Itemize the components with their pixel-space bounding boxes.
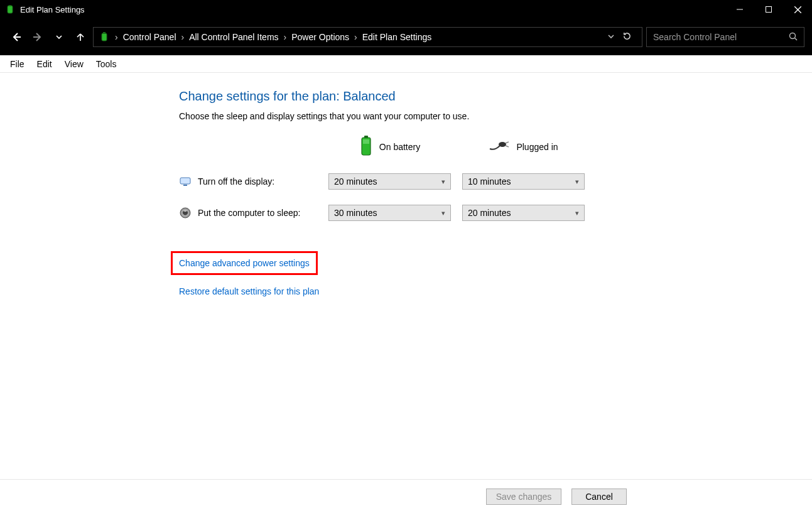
svg-point-15 bbox=[499, 142, 506, 147]
back-button[interactable] bbox=[8, 28, 25, 46]
dropdown-sleep-battery-value: 30 minutes bbox=[334, 208, 377, 218]
svg-line-11 bbox=[795, 38, 798, 40]
svg-rect-8 bbox=[102, 33, 107, 41]
column-header-plugged-label: Plugged in bbox=[516, 142, 558, 152]
row-display-text: Turn off the display: bbox=[198, 176, 274, 186]
search-icon[interactable] bbox=[789, 32, 798, 43]
dropdown-display-battery[interactable]: 20 minutes ▾ bbox=[328, 173, 451, 190]
chevron-right-icon: › bbox=[283, 32, 288, 42]
search-input[interactable] bbox=[653, 32, 779, 42]
breadcrumb-segment-all-items[interactable]: All Control Panel Items bbox=[189, 32, 278, 42]
links-section: Change advanced power settings Restore d… bbox=[179, 251, 812, 296]
up-button[interactable] bbox=[72, 28, 89, 46]
column-header-battery: On battery bbox=[328, 135, 451, 158]
app-icon bbox=[5, 4, 15, 14]
recent-locations-button[interactable] bbox=[50, 28, 68, 46]
menu-tools[interactable]: Tools bbox=[91, 58, 122, 70]
chevron-right-icon: › bbox=[353, 32, 359, 42]
breadcrumb-history-dropdown[interactable] bbox=[607, 32, 615, 42]
breadcrumb-segment-control-panel[interactable]: Control Panel bbox=[123, 32, 176, 42]
window-title: Edit Plan Settings bbox=[20, 5, 85, 14]
forward-button[interactable] bbox=[29, 28, 46, 46]
menu-view[interactable]: View bbox=[60, 58, 89, 70]
svg-rect-3 bbox=[766, 7, 772, 13]
breadcrumb[interactable]: › Control Panel › All Control Panel Item… bbox=[93, 27, 642, 47]
cancel-button[interactable]: Cancel bbox=[571, 489, 627, 505]
sleep-icon bbox=[179, 207, 192, 219]
titlebar: Edit Plan Settings bbox=[0, 0, 812, 19]
plug-icon bbox=[489, 139, 510, 154]
breadcrumb-segment-edit-plan[interactable]: Edit Plan Settings bbox=[362, 32, 432, 42]
column-header-plugged: Plugged in bbox=[462, 139, 585, 154]
link-advanced-settings[interactable]: Change advanced power settings bbox=[171, 251, 318, 275]
svg-point-10 bbox=[790, 33, 796, 38]
dropdown-sleep-plugged-value: 20 minutes bbox=[468, 208, 511, 218]
svg-rect-19 bbox=[183, 185, 187, 186]
minimize-button[interactable] bbox=[725, 0, 754, 19]
settings-grid: On battery Plugged in bbox=[179, 135, 812, 221]
svg-rect-13 bbox=[364, 136, 368, 138]
svg-rect-0 bbox=[8, 6, 13, 13]
column-header-battery-label: On battery bbox=[379, 142, 420, 152]
chevron-right-icon: › bbox=[114, 32, 119, 42]
svg-rect-1 bbox=[9, 5, 11, 6]
menu-file[interactable]: File bbox=[5, 58, 30, 70]
battery-icon bbox=[359, 135, 373, 158]
svg-rect-18 bbox=[180, 178, 190, 184]
svg-rect-14 bbox=[363, 139, 369, 144]
link-restore-defaults[interactable]: Restore default settings for this plan bbox=[179, 286, 812, 296]
dropdown-display-plugged[interactable]: 10 minutes ▾ bbox=[462, 173, 585, 190]
grid-spacer bbox=[179, 146, 317, 147]
dropdown-sleep-battery[interactable]: 30 minutes ▾ bbox=[328, 205, 451, 221]
chevron-right-icon: › bbox=[180, 32, 186, 42]
chevron-down-icon: ▾ bbox=[441, 209, 445, 217]
menubar: File Edit View Tools bbox=[0, 55, 812, 73]
content: Change settings for the plan: Balanced C… bbox=[0, 73, 812, 513]
chevron-down-icon: ▾ bbox=[575, 209, 579, 217]
page-title: Change settings for the plan: Balanced bbox=[179, 89, 812, 104]
search-box[interactable] bbox=[646, 27, 804, 47]
refresh-button[interactable] bbox=[622, 31, 632, 43]
menu-edit[interactable]: Edit bbox=[32, 58, 57, 70]
svg-line-16 bbox=[506, 142, 509, 143]
dropdown-display-plugged-value: 10 minutes bbox=[468, 176, 511, 186]
row-label-display: Turn off the display: bbox=[179, 175, 317, 188]
chevron-down-icon: ▾ bbox=[441, 178, 445, 186]
svg-line-17 bbox=[506, 146, 509, 147]
page-subtitle: Choose the sleep and display settings th… bbox=[179, 111, 812, 121]
power-icon bbox=[99, 31, 110, 43]
navbar: › Control Panel › All Control Panel Item… bbox=[0, 19, 812, 55]
footer: Save changes Cancel bbox=[0, 479, 812, 513]
row-label-sleep: Put the computer to sleep: bbox=[179, 207, 317, 219]
dropdown-display-battery-value: 20 minutes bbox=[334, 176, 377, 186]
maximize-button[interactable] bbox=[754, 0, 783, 19]
svg-rect-9 bbox=[103, 32, 106, 34]
save-button[interactable]: Save changes bbox=[486, 489, 561, 505]
dropdown-sleep-plugged[interactable]: 20 minutes ▾ bbox=[462, 205, 585, 221]
chevron-down-icon: ▾ bbox=[575, 178, 579, 186]
breadcrumb-segment-power-options[interactable]: Power Options bbox=[291, 32, 349, 42]
close-button[interactable] bbox=[783, 0, 812, 19]
row-sleep-text: Put the computer to sleep: bbox=[198, 208, 300, 218]
display-icon bbox=[179, 175, 192, 188]
